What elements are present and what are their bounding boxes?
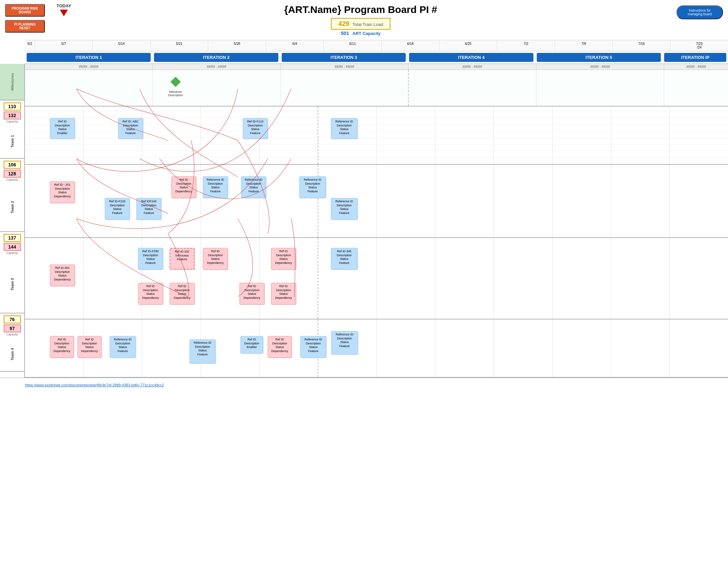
team4-row: Ref ID Description Status Dependency Ref… bbox=[25, 320, 728, 378]
iteration-3-header: ITERATION 3 bbox=[280, 53, 407, 62]
team1-card1[interactable]: Ref ID Description Status Enabler bbox=[50, 118, 75, 139]
iteration-2-button[interactable]: ITERATION 2 bbox=[154, 53, 278, 62]
team3-card2[interactable]: Ref ID-F330 Description Status Feature bbox=[138, 248, 163, 270]
iter1-date-range: ##/## - ##/## bbox=[25, 64, 153, 70]
team1-label-group: 110 132 Capacity Team 1 bbox=[0, 100, 24, 159]
team1-card4[interactable]: Reference ID Description Status Feature bbox=[331, 118, 358, 139]
timeline-date: 5/21 bbox=[151, 40, 209, 51]
team2-card1[interactable]: Ref ID - 201 Description Status Dependen… bbox=[50, 181, 75, 203]
board-area: Milestones 110 132 Capacity Team 1 106 1… bbox=[0, 64, 728, 378]
team4-card7[interactable]: Reference ID Description Status Feature bbox=[300, 336, 326, 358]
team2-label-group: 106 128 Capacity Team 2 bbox=[0, 159, 24, 232]
team2-card3[interactable]: Ref IDF240 Description Status Feature bbox=[136, 198, 161, 219]
grid-content: ##/## - ##/## ##/## - ##/## ##/## - ##/#… bbox=[25, 64, 728, 378]
iter-date-row: ##/## - ##/## ##/## - ##/## ##/## - ##/#… bbox=[25, 64, 728, 70]
team3-card8[interactable]: Ref ID Description Status Dependency bbox=[271, 248, 296, 270]
team3-card4[interactable]: Ref ID Description Status Dependency bbox=[203, 248, 228, 270]
team3-card6[interactable]: Ref ID Description Status Dependency bbox=[170, 283, 194, 304]
team3-card9[interactable]: Ref ID-345 Description Status Feature bbox=[331, 248, 358, 270]
timeline-date: 5/7 bbox=[35, 40, 93, 51]
team2-row: Ref ID - 201 Description Status Dependen… bbox=[25, 165, 728, 238]
page: PROGRAM RISK BOARD PI PLANNING RESET TOD… bbox=[0, 0, 728, 574]
team1-capacity-label: Capacity bbox=[6, 120, 18, 123]
team3-card5[interactable]: Ref ID Description Status Dependency bbox=[239, 283, 264, 304]
team4-card4[interactable]: Reference ID Description Status Feature bbox=[190, 339, 216, 363]
milestones-row: Milestone Description bbox=[25, 70, 728, 107]
iteration-2-header: ITERATION 2 bbox=[152, 53, 280, 62]
iteration-3-button[interactable]: ITERATION 3 bbox=[282, 53, 406, 62]
team1-card3[interactable]: Ref ID-F110 Description Status Feature bbox=[243, 118, 268, 139]
team4-card1[interactable]: Ref ID Description Status Dependency bbox=[50, 336, 74, 358]
today-marker: TODAY bbox=[56, 3, 71, 16]
iteration-5-button[interactable]: ITERATION 5 bbox=[537, 53, 661, 62]
team2-card8[interactable]: Reference ID Description Status Feature bbox=[331, 198, 358, 219]
team4-card8[interactable]: Reference ID Description Status Feature bbox=[331, 331, 358, 355]
milestones-grid bbox=[25, 70, 728, 106]
team3-load-box: 137 bbox=[4, 234, 21, 242]
left-buttons: PROGRAM RISK BOARD PI PLANNING RESET bbox=[5, 4, 45, 33]
timeline-date: 7/9 bbox=[555, 40, 613, 51]
timeline-date: 7/23/24 bbox=[671, 40, 728, 51]
program-risk-button[interactable]: PROGRAM RISK BOARD bbox=[5, 4, 45, 17]
iter2-date-range: ##/## - ##/## bbox=[153, 64, 280, 70]
team2-card2[interactable]: Ref ID-F220 Description Status Feature bbox=[105, 198, 130, 219]
iter3-date-range: ##/## - ##/## bbox=[281, 64, 408, 70]
iteration-5-header: ITERATION 5 bbox=[535, 53, 663, 62]
team3-card1[interactable]: Ref ID-301 Description Status Dependency bbox=[50, 264, 75, 286]
timeline-date: 7/16 bbox=[613, 40, 671, 51]
timeline-date: 5/28 bbox=[208, 40, 266, 51]
team4-load-box: 76 bbox=[4, 316, 21, 323]
team3-capacity-label: Capacity bbox=[6, 251, 18, 254]
team1-rotated-label: Team 1 bbox=[10, 124, 14, 158]
timeline-dates: 5/2 5/7 5/14 5/21 5/28 6/4 6/11 6/18 6/2… bbox=[25, 40, 728, 51]
iter5-date-range: ##/## - ##/## bbox=[537, 64, 664, 70]
instructions-button[interactable]: Instructions for managing board bbox=[676, 5, 723, 19]
team2-capacity-box: 128 bbox=[4, 170, 21, 178]
today-arrow-icon bbox=[60, 10, 68, 16]
team4-card3[interactable]: Reference ID Description Status Feature bbox=[110, 336, 136, 358]
iteration-1-header: ITERATION 1 bbox=[25, 53, 152, 62]
iterip-date-range: ##/## - ##/## bbox=[664, 64, 728, 70]
team2-load-box: 106 bbox=[4, 161, 21, 169]
left-labels: Milestones 110 132 Capacity Team 1 106 1… bbox=[0, 64, 25, 378]
team2-rotated-label: Team 2 bbox=[10, 183, 14, 231]
team4-label-group: 76 97 Capacity Team 4 bbox=[0, 314, 24, 372]
iteration-header: ITERATION 1 ITERATION 2 ITERATION 3 ITER… bbox=[25, 51, 728, 64]
pi-planning-button[interactable]: PI PLANNING RESET bbox=[5, 20, 45, 33]
milestone-diamond-icon bbox=[170, 77, 181, 87]
iteration-1-button[interactable]: ITERATION 1 bbox=[27, 53, 151, 62]
team2-card7[interactable]: Reference ID Description Status Feature bbox=[299, 176, 326, 198]
team2-card6[interactable]: Reference ID Description Status Feature bbox=[241, 176, 266, 198]
timeline-date: 6/11 bbox=[324, 40, 382, 51]
team3-rotated-label: Team 3 bbox=[10, 256, 14, 313]
team2-card4[interactable]: Ref ID Description Status Dependency bbox=[171, 176, 196, 198]
team1-row: Ref ID Description Status Enabler Ref ID… bbox=[25, 107, 728, 165]
team3-card10[interactable]: Ref ID Description Status Dependency bbox=[271, 283, 296, 304]
timeline-date: 6/4 bbox=[266, 40, 324, 51]
footer-area: https://www.lucidchart.com/documents/vie… bbox=[0, 378, 728, 390]
iteration-ip-header: ITERATION IP bbox=[663, 53, 728, 62]
milestone-label: Milestone Description bbox=[168, 90, 183, 97]
team4-rotated-label: Team 4 bbox=[10, 337, 14, 371]
iteration-4-button[interactable]: ITERATION 4 bbox=[409, 53, 533, 62]
timeline-date: 6/25 bbox=[439, 40, 497, 51]
iteration-ip-button[interactable]: ITERATION IP bbox=[664, 53, 726, 62]
team4-card2[interactable]: Ref ID Description Status Dependency bbox=[78, 336, 101, 358]
team4-card5[interactable]: Ref ID Description Enabler bbox=[240, 336, 263, 354]
milestone-diamond[interactable]: Milestone Description bbox=[168, 78, 183, 97]
train-load-label: Total Train Load bbox=[352, 22, 383, 27]
team4-capacity-box: 97 bbox=[4, 324, 21, 332]
team3-card7[interactable]: Ref ID Description Status Dependency bbox=[138, 283, 163, 304]
team4-card6[interactable]: Ref ID Description Status Dependency bbox=[268, 336, 292, 358]
today-label: TODAY bbox=[56, 3, 71, 8]
team1-load-box: 110 bbox=[4, 102, 21, 111]
footer-url[interactable]: https://www.lucidchart.com/documents/vie… bbox=[25, 383, 164, 387]
team3-card3[interactable]: Ref ID-332 InProcess Feature bbox=[170, 248, 194, 270]
team2-card5[interactable]: Reference ID Description Status Feature bbox=[203, 176, 228, 198]
train-load-number: 429 bbox=[338, 20, 349, 27]
main-title: {ART.Name} Program Board PI # bbox=[45, 4, 676, 15]
team2-grid-bg bbox=[25, 165, 728, 237]
iteration-4-header: ITERATION 4 bbox=[407, 53, 535, 62]
team4-capacity-label: Capacity bbox=[6, 333, 18, 336]
team1-card2[interactable]: Ref ID: ABC Description Status Feature bbox=[118, 118, 143, 139]
